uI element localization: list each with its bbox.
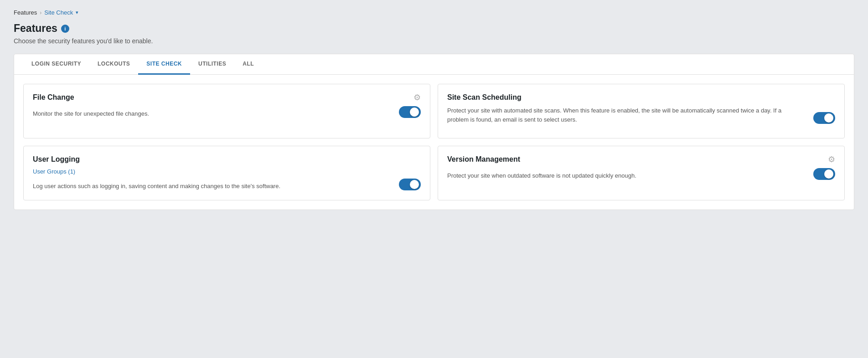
file-change-card: File Change ⚙ Monitor the site for unexp… (23, 84, 430, 138)
file-change-gear-icon[interactable]: ⚙ (413, 93, 421, 102)
file-change-description: Monitor the site for unexpected file cha… (33, 109, 390, 118)
site-scan-description: Protect your site with automated site sc… (447, 106, 804, 124)
user-logging-card: User Logging User Groups (1) Log user ac… (23, 146, 430, 200)
page-title: Features (14, 22, 57, 35)
page-header: Features i Choose the security features … (14, 22, 854, 45)
file-change-card-header: File Change ⚙ (33, 93, 421, 102)
breadcrumb-features[interactable]: Features (14, 9, 37, 16)
file-change-card-body: Monitor the site for unexpected file cha… (33, 106, 421, 118)
user-logging-toggle-knob (410, 180, 419, 189)
site-scan-card-header: Site Scan Scheduling (447, 93, 835, 102)
page-subtitle: Choose the security features you'd like … (14, 37, 854, 45)
tab-utilities[interactable]: UTILITIES (190, 54, 234, 75)
breadcrumb-dropdown-icon[interactable]: ▾ (76, 10, 78, 15)
breadcrumb-site-check[interactable]: Site Check (44, 9, 73, 16)
tab-lockouts[interactable]: LOCKOUTS (89, 54, 138, 75)
version-management-toggle[interactable] (813, 168, 835, 180)
version-management-gear-icon[interactable]: ⚙ (828, 155, 835, 164)
breadcrumb-chevron: › (40, 10, 41, 16)
version-management-card: Version Management ⚙ Protect your site w… (438, 146, 845, 200)
version-management-card-header: Version Management ⚙ (447, 155, 835, 164)
user-logging-toggle[interactable] (399, 179, 421, 190)
tab-login-security[interactable]: LOGIN SECURITY (23, 54, 89, 75)
file-change-title: File Change (33, 93, 74, 102)
version-management-description: Protect your site when outdated software… (447, 171, 804, 180)
user-logging-card-body: Log user actions such as logging in, sav… (33, 179, 421, 190)
site-scan-card-body: Protect your site with automated site sc… (447, 106, 835, 124)
main-panel: LOGIN SECURITY LOCKOUTS SITE CHECK UTILI… (14, 54, 854, 210)
user-logging-description: Log user actions such as logging in, sav… (33, 182, 390, 191)
site-scan-card: Site Scan Scheduling Protect your site w… (438, 84, 845, 138)
version-management-toggle-knob (824, 169, 833, 179)
info-icon[interactable]: i (61, 25, 69, 33)
user-logging-card-header: User Logging (33, 155, 421, 164)
tabs-bar: LOGIN SECURITY LOCKOUTS SITE CHECK UTILI… (14, 54, 854, 75)
cards-grid: File Change ⚙ Monitor the site for unexp… (14, 75, 854, 210)
file-change-toggle[interactable] (399, 106, 421, 118)
site-scan-toggle-knob (824, 113, 833, 123)
version-management-title: Version Management (447, 155, 520, 164)
version-management-card-body: Protect your site when outdated software… (447, 168, 835, 180)
user-groups-link[interactable]: User Groups (1) (33, 168, 421, 175)
file-change-toggle-knob (410, 107, 419, 117)
user-logging-title: User Logging (33, 155, 80, 164)
site-scan-toggle[interactable] (813, 112, 835, 124)
site-scan-title: Site Scan Scheduling (447, 93, 522, 102)
breadcrumb: Features › Site Check ▾ (14, 9, 854, 16)
tab-all[interactable]: ALL (234, 54, 262, 75)
tab-site-check[interactable]: SITE CHECK (138, 54, 190, 75)
